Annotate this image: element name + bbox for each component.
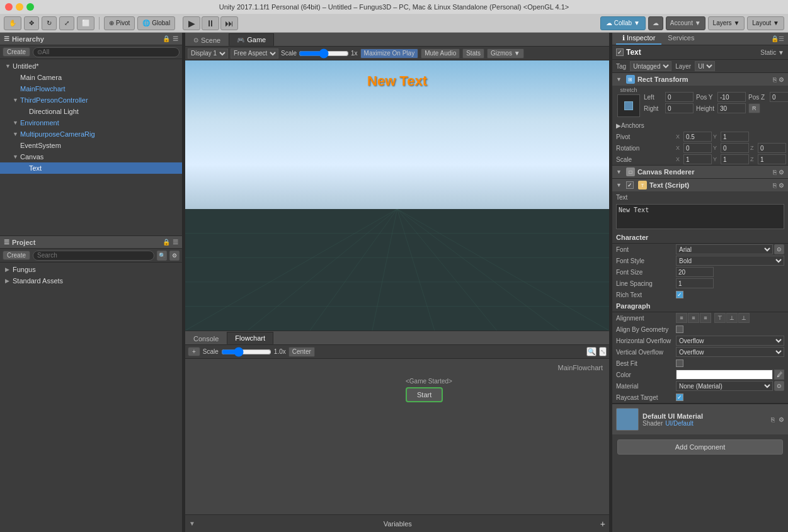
ts-settings-icon[interactable]: ⚙ bbox=[779, 182, 784, 189]
cloud-button[interactable]: ☁ bbox=[648, 16, 663, 30]
color-swatch[interactable] bbox=[676, 370, 773, 380]
posz-input[interactable] bbox=[770, 92, 788, 102]
hierarchy-search-input[interactable] bbox=[33, 47, 180, 57]
maximize-on-play-button[interactable]: Maximize On Play bbox=[360, 48, 419, 59]
rot-z-input[interactable] bbox=[758, 143, 786, 153]
minimize-button[interactable] bbox=[16, 3, 23, 11]
right-input[interactable] bbox=[665, 103, 694, 113]
layer-select[interactable]: UI bbox=[695, 61, 715, 71]
layers-button[interactable]: Layers ▼ bbox=[708, 16, 745, 30]
variables-arrow-icon[interactable]: ▼ bbox=[189, 520, 195, 527]
pivot-x-input[interactable] bbox=[683, 132, 712, 142]
display-select[interactable]: Display 1 bbox=[188, 48, 228, 59]
text-script-header[interactable]: ▼ T Text (Script) ⎘ ⚙ bbox=[612, 179, 788, 191]
hierarchy-lock-icon[interactable]: 🔒 bbox=[163, 35, 170, 42]
font-size-input[interactable] bbox=[676, 267, 714, 277]
rotate-tool-button[interactable]: ↻ bbox=[42, 16, 57, 30]
project-filter-button[interactable]: ⚙ bbox=[169, 251, 180, 261]
align-left-icon[interactable]: ≡ bbox=[676, 313, 687, 323]
material-settings-icon[interactable]: ⚙ bbox=[779, 416, 784, 423]
best-fit-checkbox[interactable] bbox=[676, 359, 683, 367]
flowchart-search-icon[interactable]: 🔍 bbox=[586, 347, 597, 356]
game-tab[interactable]: 🎮 Game bbox=[229, 33, 274, 46]
tree-item-dirlight[interactable]: Directional Light bbox=[0, 106, 182, 117]
close-button[interactable] bbox=[5, 3, 13, 11]
rect-tool-button[interactable]: ⬜ bbox=[77, 16, 94, 30]
r-button[interactable]: R bbox=[748, 103, 760, 113]
text-input[interactable]: New Text bbox=[616, 204, 784, 229]
project-menu-icon[interactable]: ☰ bbox=[173, 239, 178, 246]
scale-x-input[interactable] bbox=[683, 154, 712, 164]
project-search-button[interactable]: 🔍 bbox=[157, 251, 167, 261]
layout-button[interactable]: Layout ▼ bbox=[747, 16, 784, 30]
inspector-menu-icon[interactable]: ☰ bbox=[779, 35, 784, 42]
canvas-renderer-header[interactable]: ▼ □ Canvas Renderer ⎘ ⚙ bbox=[612, 166, 788, 178]
aspect-select[interactable]: Free Aspect bbox=[231, 48, 278, 59]
center-button[interactable]: Center bbox=[288, 347, 315, 357]
anchors-arrow[interactable]: ▶ bbox=[616, 122, 621, 129]
account-button[interactable]: Account ▼ bbox=[666, 16, 705, 30]
project-create-button[interactable]: Create bbox=[3, 251, 30, 260]
global-button[interactable]: 🌐 Global bbox=[137, 16, 175, 30]
material-select[interactable]: None (Material) bbox=[676, 381, 773, 391]
collab-button[interactable]: ☁ Collab ▼ bbox=[600, 16, 646, 30]
horiz-overflow-select[interactable]: Overflow Wrap bbox=[676, 336, 784, 346]
tree-item-thirdperson[interactable]: ▼ ThirdPersonController bbox=[0, 94, 182, 106]
line-spacing-input[interactable] bbox=[676, 278, 714, 288]
project-item-fungus[interactable]: ▶ Fungus bbox=[0, 264, 182, 275]
shader-value[interactable]: UI/Default bbox=[665, 420, 693, 427]
rect-transform-header[interactable]: ▼ ⊞ Rect Transform ⎘ ⚙ bbox=[612, 73, 788, 86]
flowchart-canvas[interactable]: MainFlowchart <Game Started> Start bbox=[185, 359, 609, 514]
scale-tool-button[interactable]: ⤢ bbox=[59, 16, 74, 30]
pivot-y-input[interactable] bbox=[721, 132, 749, 142]
font-picker-icon[interactable]: ⊙ bbox=[774, 244, 784, 254]
tree-item-canvas[interactable]: ▼ Canvas bbox=[0, 151, 182, 162]
pivot-button[interactable]: ⊕ Pivot bbox=[104, 16, 135, 30]
add-component-button[interactable]: Add Component bbox=[617, 439, 783, 455]
posy-input[interactable] bbox=[717, 92, 746, 102]
raycast-checkbox[interactable] bbox=[676, 393, 683, 401]
stats-button[interactable]: Stats bbox=[462, 48, 484, 59]
console-tab[interactable]: Console bbox=[185, 332, 227, 344]
material-picker-icon[interactable]: ⊙ bbox=[774, 381, 784, 391]
project-item-standard[interactable]: ▶ Standard Assets bbox=[0, 275, 182, 286]
scale-y-input[interactable] bbox=[721, 154, 749, 164]
tree-item-multipurpose[interactable]: ▼ MultipurposeCameraRig bbox=[0, 128, 182, 140]
play-button[interactable]: ▶ bbox=[183, 16, 200, 30]
rot-y-input[interactable] bbox=[721, 143, 749, 153]
rt-settings-icon[interactable]: ⚙ bbox=[779, 76, 784, 83]
hierarchy-menu-icon[interactable]: ☰ bbox=[173, 35, 178, 42]
inspector-lock-icon[interactable]: 🔒 bbox=[771, 35, 779, 42]
hand-tool-button[interactable]: ✋ bbox=[4, 16, 21, 30]
stretch-visualizer[interactable] bbox=[617, 94, 640, 117]
services-tab[interactable]: Services bbox=[661, 33, 700, 45]
vert-overflow-select[interactable]: Overflow Truncate bbox=[676, 347, 784, 357]
color-picker-button[interactable]: 🖉 bbox=[774, 370, 784, 380]
tree-item-eventsystem[interactable]: EventSystem bbox=[0, 140, 182, 151]
align-center-icon[interactable]: ≡ bbox=[688, 313, 699, 323]
inspector-tab[interactable]: ℹ Inspector bbox=[616, 33, 661, 45]
start-node-button[interactable]: Start bbox=[406, 387, 443, 402]
project-lock-icon[interactable]: 🔒 bbox=[163, 239, 170, 246]
gizmos-button[interactable]: Gizmos ▼ bbox=[487, 48, 524, 59]
flowchart-scale-slider[interactable] bbox=[221, 349, 271, 355]
align-mid-icon[interactable]: ⊥ bbox=[726, 313, 738, 323]
move-tool-button[interactable]: ✥ bbox=[24, 16, 39, 30]
mute-audio-button[interactable]: Mute Audio bbox=[421, 48, 460, 59]
align-bot-icon[interactable]: ⊥ bbox=[738, 313, 750, 323]
step-button[interactable]: ⏭ bbox=[220, 16, 238, 30]
ts-copy-icon[interactable]: ⎘ bbox=[773, 182, 777, 189]
maximize-button[interactable] bbox=[26, 3, 34, 11]
material-copy-icon[interactable]: ⎘ bbox=[771, 416, 775, 423]
rot-x-input[interactable] bbox=[683, 143, 712, 153]
tag-select[interactable]: Untagged bbox=[630, 61, 671, 71]
tree-item-environment[interactable]: ▼ Environment bbox=[0, 117, 182, 128]
font-select[interactable]: Arial bbox=[676, 244, 773, 254]
left-input[interactable] bbox=[665, 92, 694, 102]
scale-slider[interactable] bbox=[299, 50, 349, 57]
scale-z-input[interactable] bbox=[758, 154, 786, 164]
height-input[interactable] bbox=[717, 103, 746, 113]
cr-settings-icon[interactable]: ⚙ bbox=[779, 169, 784, 176]
tree-item-text[interactable]: Text bbox=[0, 162, 182, 174]
rt-copy-icon[interactable]: ⎘ bbox=[773, 76, 777, 83]
